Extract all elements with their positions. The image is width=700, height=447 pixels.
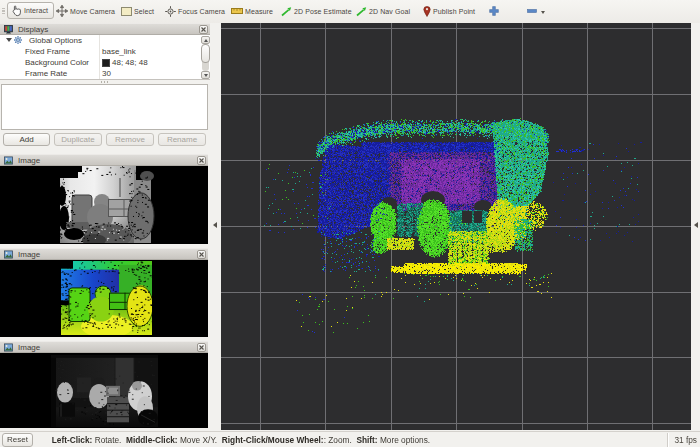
scrollbar-up-button[interactable] (201, 36, 210, 44)
scrollbar-down-button[interactable] (201, 71, 210, 79)
tool-select[interactable]: Select (121, 3, 154, 19)
toolbar-drag-handle[interactable] (2, 8, 5, 15)
measure-ruler-icon (231, 8, 243, 14)
minus-icon (527, 9, 537, 13)
image-view-2 (0, 260, 208, 337)
tool-interact[interactable]: Interact (7, 2, 54, 19)
image-panel-2-titlebar[interactable]: Image (0, 248, 208, 260)
tool-select-label: Select (134, 8, 154, 15)
status-help-text: Left-Click: Rotate. Middle-Click: Move X… (38, 425, 430, 447)
tree-row-name: Global Options (29, 36, 82, 45)
fps-counter: 31 fps (668, 433, 700, 447)
displays-panel-icon (4, 25, 13, 34)
tree-row-name: Background Color (25, 58, 89, 67)
image-panel-1-titlebar[interactable]: Image (0, 154, 208, 166)
tree-row-global-options[interactable]: Global Options (0, 35, 210, 46)
scrollbar-thumb[interactable] (201, 44, 210, 63)
publish-point-pin-icon (423, 6, 431, 17)
tree-scrollbar[interactable] (201, 36, 210, 79)
pose-estimate-arrow-icon (281, 6, 292, 17)
pointcloud-render (221, 23, 691, 430)
focus-camera-icon (165, 6, 176, 17)
remove-tool-button[interactable] (527, 3, 545, 19)
rviz-window: Interact Move Camera Select Focus Camera (0, 0, 700, 447)
tool-publish-point-label: Publish Point (433, 8, 475, 15)
tool-2d-pose-estimate[interactable]: 2D Pose Estimate (281, 3, 352, 19)
image-panel-icon (4, 343, 13, 352)
tree-row-fixed-frame[interactable]: Fixed Frame base_link (0, 46, 210, 57)
tool-focus-camera[interactable]: Focus Camera (165, 3, 225, 19)
image-panel-3-titlebar[interactable]: Image (0, 341, 208, 353)
tool-2d-pose-estimate-label: 2D Pose Estimate (294, 8, 352, 15)
tool-2d-nav-goal[interactable]: 2D Nav Goal (356, 3, 410, 19)
nav-goal-arrow-icon (356, 6, 367, 17)
toolbar: Interact Move Camera Select Focus Camera (0, 0, 700, 23)
right-splitter-collapse-arrow[interactable] (694, 222, 698, 228)
tree-row-background-color[interactable]: Background Color 48; 48; 48 (0, 57, 210, 68)
image-panel-close-button[interactable] (197, 250, 206, 259)
tree-description-splitter[interactable] (100, 81, 109, 83)
image-panel-close-button[interactable] (197, 156, 206, 165)
image-panel-close-button[interactable] (197, 343, 206, 352)
add-tool-button[interactable] (489, 3, 499, 19)
background-color-value[interactable]: 48; 48; 48 (102, 58, 148, 67)
tool-measure[interactable]: Measure (231, 3, 273, 19)
remove-display-button[interactable]: Remove (106, 133, 154, 146)
tool-publish-point[interactable]: Publish Point (423, 3, 475, 19)
add-display-button[interactable]: Add (3, 133, 50, 146)
tool-move-camera[interactable]: Move Camera (56, 3, 115, 19)
tool-move-camera-label: Move Camera (70, 8, 115, 15)
image-panel-title: Image (18, 250, 40, 259)
image-panel-title: Image (18, 343, 40, 352)
image-panel-icon (4, 250, 13, 259)
tree-row-frame-rate[interactable]: Frame Rate 30 (0, 68, 210, 79)
color-swatch (102, 59, 110, 67)
displays-panel-titlebar[interactable]: Displays (0, 23, 210, 35)
tool-2d-nav-goal-label: 2D Nav Goal (369, 8, 410, 15)
image-view-3 (0, 353, 208, 428)
camera-image-mono (51, 355, 158, 427)
global-options-gear-icon (14, 36, 22, 46)
tree-row-name: Fixed Frame (25, 47, 70, 56)
fixed-frame-value[interactable]: base_link (102, 47, 136, 56)
3d-viewport[interactable] (221, 23, 691, 430)
rename-display-button[interactable]: Rename (158, 133, 206, 146)
interact-hand-icon (11, 5, 22, 17)
reset-button[interactable]: Reset (2, 433, 33, 447)
image-panel-icon (4, 156, 13, 165)
scroll-down-icon (204, 74, 208, 77)
displays-tree: Global Options Fixed Frame base_link Bac… (0, 35, 210, 80)
status-bar: Reset Left-Click: Rotate. Middle-Click: … (0, 431, 700, 447)
tool-menu-caret-icon (541, 11, 545, 14)
frame-rate-value[interactable]: 30 (102, 69, 111, 78)
camera-image-depth-gray (50, 166, 157, 243)
duplicate-display-button[interactable]: Duplicate (54, 133, 102, 146)
tree-row-name: Frame Rate (25, 69, 67, 78)
displays-panel-title: Displays (18, 25, 48, 34)
left-splitter-collapse-arrow[interactable] (213, 222, 217, 228)
image-panel-title: Image (18, 156, 40, 165)
scroll-up-icon (204, 39, 208, 42)
camera-image-depth-rainbow (51, 261, 158, 335)
tool-measure-label: Measure (245, 8, 273, 15)
tool-interact-label: Interact (24, 7, 48, 14)
plus-icon (489, 6, 499, 16)
expander-triangle-icon[interactable] (6, 38, 12, 42)
move-camera-icon (56, 5, 68, 17)
select-box-icon (121, 7, 132, 16)
display-description-box (1, 84, 208, 130)
image-view-1 (0, 166, 208, 244)
displays-close-button[interactable] (199, 25, 208, 34)
tool-focus-camera-label: Focus Camera (178, 8, 225, 15)
